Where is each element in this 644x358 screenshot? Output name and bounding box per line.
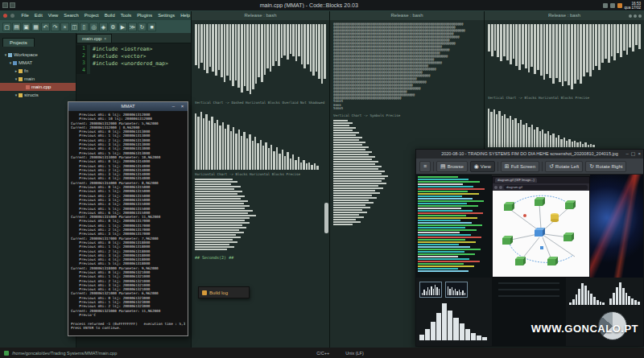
clock[interactable]: 16:53 qua 17/02 — [625, 2, 641, 10]
chart-bar — [609, 298, 612, 305]
tree-item-folder-structs[interactable]: ▾ structs — [0, 91, 76, 99]
workspace-2-icon[interactable] — [10, 2, 15, 8]
tree-item-file-maincpp[interactable]: main.cpp — [0, 83, 76, 91]
minimize-icon[interactable]: – — [625, 151, 628, 157]
battery-icon[interactable] — [617, 3, 622, 8]
build-icon[interactable]: ⚙ — [109, 23, 118, 31]
chart-bar — [218, 24, 221, 70]
tree-item-project-mmat[interactable]: ▾ MMAT — [0, 59, 76, 67]
chart-bar — [268, 148, 270, 170]
maximize-icon[interactable]: ▢ — [631, 151, 636, 157]
menu-item[interactable]: Plugins — [134, 13, 155, 18]
chart-bar — [531, 125, 533, 147]
view-button[interactable]: ◉View — [470, 161, 495, 172]
chart-bar — [333, 156, 375, 158]
eye-icon: ◉ — [474, 163, 479, 169]
chart-bar — [584, 142, 586, 147]
chart-bar — [243, 132, 245, 170]
save-icon[interactable]: ▣ — [22, 23, 31, 31]
mmat-console-window[interactable]: MMAT – × Previous mhi: 6 lsj: 2000061312… — [68, 101, 188, 336]
tree-item-workspace[interactable]: ▾ Workspace — [0, 51, 76, 59]
close-icon[interactable]: × — [179, 103, 186, 110]
chart-bar — [552, 134, 554, 147]
volume-icon[interactable] — [610, 3, 615, 8]
copy-icon[interactable]: ◫ — [70, 23, 79, 31]
menu-item[interactable]: View — [45, 13, 60, 18]
menu-item[interactable]: Edit — [31, 13, 45, 18]
desktop: main.cpp (MMAT) - Code::Blocks 20.03 16:… — [0, 0, 644, 358]
line-ending-indicator[interactable]: Unix (LF) — [345, 351, 364, 356]
close-icon[interactable]: × — [638, 151, 641, 157]
log-line — [418, 208, 461, 209]
minimize-icon[interactable]: – — [170, 103, 177, 110]
tab-projects[interactable]: Projects — [2, 38, 35, 47]
redo-icon[interactable]: ↷ — [51, 23, 60, 31]
paste-icon[interactable]: ▯ — [80, 23, 89, 31]
chart-bar — [588, 290, 590, 305]
mini-chart-frame — [419, 282, 442, 298]
console-output[interactable]: Previous mhi: 6 lsj: 2000061312000 Previ… — [68, 111, 188, 335]
open-file-icon[interactable]: ▤ — [12, 23, 21, 31]
tree-item-folder-main[interactable]: ▾ main — [0, 75, 76, 83]
scrollbar-thumb[interactable] — [324, 203, 328, 233]
replace-icon[interactable]: ◈ — [99, 23, 108, 31]
log-line — [418, 244, 459, 245]
new-file-icon[interactable]: ▢ — [2, 23, 11, 31]
terminal-1-titlebar[interactable]: Release : bash — [192, 11, 329, 20]
ascii-chart-vertical — [195, 24, 326, 98]
chart-bar — [581, 283, 584, 305]
rebuild-icon[interactable]: ↻ — [138, 23, 147, 31]
build-log-tab[interactable]: Build log — [198, 286, 250, 298]
language-indicator[interactable]: C/C++ — [316, 351, 329, 356]
tab-main-cpp[interactable]: main.cpp × — [76, 34, 112, 43]
menu-item[interactable]: Build — [101, 13, 118, 18]
browse-button[interactable]: ▤Browse — [436, 161, 468, 172]
minimize-window-icon[interactable] — [10, 14, 14, 18]
undo-icon[interactable]: ↶ — [41, 23, 50, 31]
close-tab-icon[interactable]: × — [104, 36, 106, 41]
menu-item[interactable]: Settings — [155, 13, 178, 18]
tree-item-folder-fn[interactable]: ▸ fn — [0, 67, 76, 75]
diagram-svg — [493, 191, 589, 274]
chart-bar — [436, 287, 437, 295]
terminal-3[interactable]: Release : bash Vertical Chart -> Blocks … — [484, 11, 644, 150]
save-all-icon[interactable]: ▦ — [31, 23, 40, 31]
find-icon[interactable]: ◎ — [89, 23, 98, 31]
chart-bar — [272, 24, 275, 66]
menu-item[interactable]: Project — [81, 13, 101, 18]
chart-bar — [638, 24, 641, 49]
minimize-icon[interactable] — [629, 14, 632, 18]
workspace-1-icon[interactable] — [2, 2, 8, 8]
menu-item[interactable]: Tools — [118, 13, 134, 18]
chart-bar — [449, 289, 450, 295]
hamburger-menu-button[interactable]: ≡ — [419, 161, 431, 172]
chart-bar — [490, 112, 492, 147]
close-icon[interactable] — [638, 14, 642, 18]
terminal-3-titlebar[interactable]: Release : bash — [485, 11, 644, 20]
full-screen-button[interactable]: ⊞Full Screen — [501, 161, 539, 172]
abort-icon[interactable]: ■ — [147, 23, 156, 31]
chart-bar — [200, 24, 203, 63]
log-line — [418, 253, 475, 255]
chart-bar — [496, 114, 497, 147]
chart-bar — [583, 24, 585, 76]
viewer-titlebar[interactable]: 2020-08-10 - TRADING SYSTEMS FIM DO DIA … — [416, 150, 643, 158]
run-icon[interactable]: ▶ — [118, 23, 127, 31]
image-viewer-window[interactable]: 2020-08-10 - TRADING SYSTEMS FIM DO DIA … — [415, 149, 644, 347]
build-and-run-icon[interactable]: ≫ — [128, 23, 137, 31]
log-line — [418, 270, 469, 272]
rotate-left-button[interactable]: ↺Rotate Left — [545, 161, 583, 172]
chart-bar — [497, 24, 499, 57]
menu-item[interactable]: Search — [61, 13, 81, 18]
console-titlebar[interactable]: MMAT – × — [68, 102, 188, 111]
menu-item[interactable]: File — [19, 13, 31, 18]
photo-thumbnail — [590, 175, 643, 278]
cut-icon[interactable]: × — [60, 23, 69, 31]
editor-body[interactable]: 1#include <iostream> 2#include <vector> … — [76, 43, 191, 74]
network-icon[interactable] — [603, 3, 608, 8]
close-window-icon[interactable] — [3, 14, 7, 18]
rotate-right-button[interactable]: ↻Rotate Right — [585, 161, 626, 172]
terminal-2-titlebar[interactable]: Release : bash — [330, 11, 484, 20]
maximize-icon[interactable] — [634, 14, 637, 18]
chart-bar — [632, 24, 634, 51]
